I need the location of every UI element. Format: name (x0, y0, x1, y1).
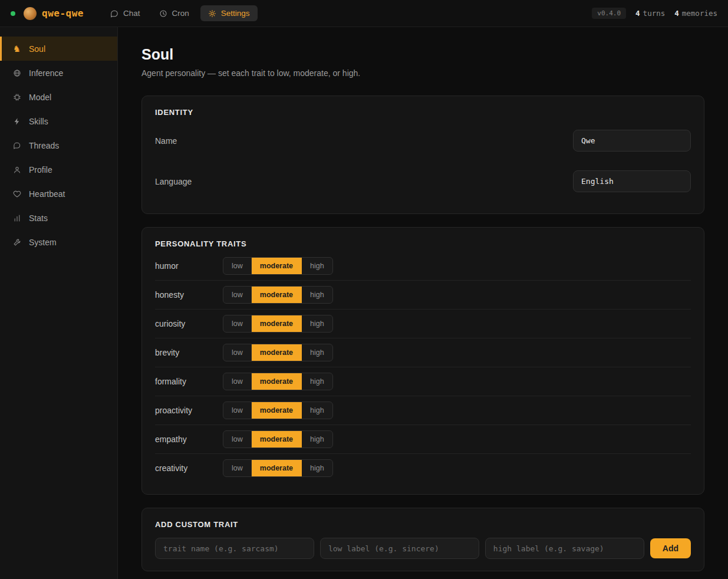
sidebar-item-label: Inference (29, 68, 63, 78)
trait-formality-high-option[interactable]: high (302, 373, 332, 390)
nav-item-label: Chat (123, 9, 140, 18)
trait-creativity-high-option[interactable]: high (302, 460, 332, 476)
bar-chart-icon (12, 213, 21, 222)
trait-creativity-moderate-option[interactable]: moderate (252, 460, 302, 476)
identity-card-header: IDENTITY (155, 108, 691, 117)
trait-level-segmented-control: lowmoderatehigh (223, 315, 333, 333)
chip-icon (12, 93, 21, 101)
trait-row-curiosity: curiosity lowmoderatehigh (155, 310, 691, 338)
trait-curiosity-low-option[interactable]: low (223, 315, 252, 332)
trait-row-proactivity: proactivity lowmoderatehigh (155, 396, 691, 425)
trait-brevity-high-option[interactable]: high (302, 344, 332, 361)
topbar-right: v0.4.0 4turns 4memories (592, 8, 717, 19)
trait-brevity-low-option[interactable]: low (223, 344, 252, 361)
personality-traits-header: PERSONALITY TRAITS (155, 239, 691, 248)
speech-bubble-icon (12, 141, 21, 150)
trait-honesty-moderate-option[interactable]: moderate (252, 287, 302, 303)
trait-name-input[interactable] (155, 538, 314, 559)
sidebar-item-soul[interactable]: ♞ Soul (0, 37, 117, 61)
add-trait-button[interactable]: Add (650, 538, 691, 558)
name-input[interactable] (573, 130, 691, 152)
nav-item-settings[interactable]: Settings (200, 5, 258, 21)
nav-item-chat[interactable]: Chat (103, 5, 148, 21)
app-name: qwe-qwe (42, 8, 84, 19)
traits-list: humor lowmoderatehigh honesty lowmoderat… (155, 252, 691, 482)
trait-proactivity-high-option[interactable]: high (302, 402, 332, 419)
wrench-icon (12, 238, 21, 246)
nav-item-label: Cron (172, 9, 189, 18)
trait-row-brevity: brevity lowmoderatehigh (155, 338, 691, 367)
sidebar-item-skills[interactable]: Skills (0, 109, 117, 133)
trait-formality-moderate-option[interactable]: moderate (252, 373, 302, 390)
trait-honesty-low-option[interactable]: low (223, 287, 252, 303)
trait-name: curiosity (155, 319, 223, 328)
sidebar-item-label: Model (29, 93, 51, 102)
memories-metric: 4memories (674, 9, 717, 18)
sidebar-item-system[interactable]: System (0, 230, 117, 254)
trait-name: humor (155, 261, 223, 271)
sidebar-item-heartbeat[interactable]: Heartbeat (0, 182, 117, 206)
name-field-row: Name (155, 120, 691, 161)
trait-humor-moderate-option[interactable]: moderate (252, 258, 302, 274)
trait-proactivity-moderate-option[interactable]: moderate (252, 402, 302, 419)
sidebar-item-stats[interactable]: Stats (0, 206, 117, 230)
trait-formality-low-option[interactable]: low (223, 373, 252, 390)
language-label: Language (155, 177, 192, 186)
topbar: qwe-qwe Chat Cron Settings v0.4.0 4turns… (0, 0, 728, 27)
high-label-input[interactable] (485, 538, 644, 559)
sidebar-item-model[interactable]: Model (0, 85, 117, 109)
sidebar: ♞ Soul Inference Model Skills Threads (0, 27, 118, 579)
trait-empathy-low-option[interactable]: low (223, 431, 252, 448)
trait-level-segmented-control: lowmoderatehigh (223, 430, 333, 448)
version-badge: v0.4.0 (592, 8, 626, 19)
memories-label: memories (682, 9, 717, 18)
add-custom-trait-header: ADD CUSTOM TRAIT (155, 520, 691, 529)
personality-traits-card: PERSONALITY TRAITS humor lowmoderatehigh… (141, 227, 704, 495)
trait-level-segmented-control: lowmoderatehigh (223, 344, 333, 361)
sidebar-item-inference[interactable]: Inference (0, 61, 117, 85)
trait-level-segmented-control: lowmoderatehigh (223, 257, 333, 275)
trait-row-humor: humor lowmoderatehigh (155, 252, 691, 281)
trait-creativity-low-option[interactable]: low (223, 460, 252, 476)
trait-curiosity-high-option[interactable]: high (302, 315, 332, 332)
language-field-row: Language (155, 161, 691, 202)
online-status-dot (11, 11, 15, 16)
low-label-input[interactable] (320, 538, 479, 559)
custom-trait-row: Add (155, 538, 691, 559)
add-custom-trait-card: ADD CUSTOM TRAIT Add (141, 508, 704, 571)
sidebar-item-profile[interactable]: Profile (0, 157, 117, 182)
trait-row-formality: formality lowmoderatehigh (155, 367, 691, 396)
trait-brevity-moderate-option[interactable]: moderate (252, 344, 302, 361)
trait-empathy-high-option[interactable]: high (302, 431, 332, 448)
trait-honesty-high-option[interactable]: high (302, 287, 332, 303)
trait-level-segmented-control: lowmoderatehigh (223, 459, 333, 477)
nav-item-cron[interactable]: Cron (151, 5, 196, 21)
person-icon (12, 165, 21, 174)
trait-humor-high-option[interactable]: high (302, 258, 332, 274)
trait-name: proactivity (155, 406, 223, 415)
lightning-icon (12, 117, 21, 126)
memories-count: 4 (674, 9, 679, 18)
trait-name: brevity (155, 348, 223, 357)
trait-humor-low-option[interactable]: low (223, 258, 252, 274)
name-label: Name (155, 136, 177, 146)
sidebar-item-label: Threads (29, 141, 59, 150)
sidebar-item-label: Stats (29, 213, 48, 223)
turns-count: 4 (635, 9, 640, 18)
top-nav: Chat Cron Settings (103, 5, 258, 21)
trait-proactivity-low-option[interactable]: low (223, 402, 252, 419)
sidebar-item-label: Heartbeat (29, 189, 65, 199)
trait-row-creativity: creativity lowmoderatehigh (155, 454, 691, 482)
sidebar-item-threads[interactable]: Threads (0, 133, 117, 157)
main-content: Soul Agent personality — set each trait … (118, 27, 728, 579)
trait-empathy-moderate-option[interactable]: moderate (252, 431, 302, 448)
language-input[interactable] (573, 170, 691, 192)
trait-name: creativity (155, 463, 223, 473)
gear-icon (208, 9, 217, 18)
clock-icon (159, 9, 167, 18)
globe-icon (12, 68, 21, 77)
trait-curiosity-moderate-option[interactable]: moderate (252, 315, 302, 332)
trait-row-honesty: honesty lowmoderatehigh (155, 281, 691, 310)
turns-metric: 4turns (635, 9, 665, 18)
page-title: Soul (141, 46, 704, 63)
